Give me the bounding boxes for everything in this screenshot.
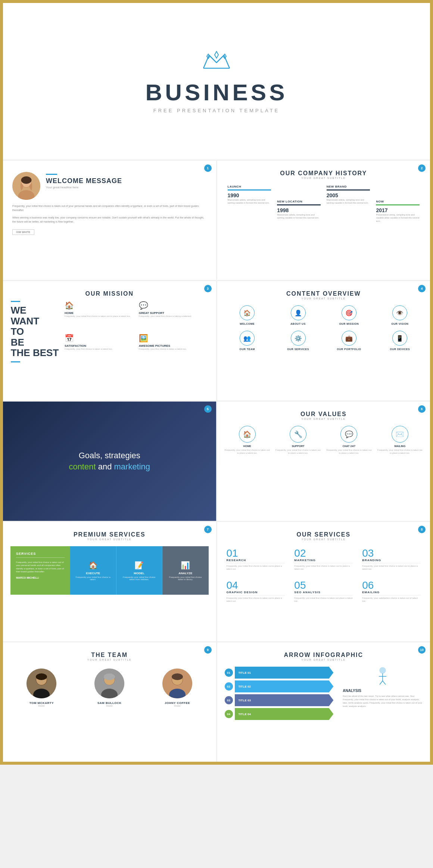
timeline-year-2: 1998 <box>277 207 321 213</box>
overview-icon-3: 🎯 <box>342 305 356 320</box>
overview-devices: 📱 OUR DEVICES <box>377 331 423 350</box>
arrow-item-3: 03 TITLE 03 <box>225 694 334 706</box>
team-avatar-3 <box>162 669 192 698</box>
arrow-badge-3: 03 <box>225 696 233 704</box>
team-member-3: JOHNY COFFEE Dealer <box>146 669 209 707</box>
timeline-label-1: LAUNCH <box>228 185 271 188</box>
overview-title: CONTENT OVERVIEW <box>225 290 423 297</box>
svg-point-8 <box>21 176 32 184</box>
services-label: SERVICES <box>16 552 65 558</box>
service-num-02: 02 <box>294 548 353 559</box>
slide-title: BUSINESS FREE PRESENTATION TEMPLATE <box>3 3 430 160</box>
overview-label-4: OUR VISION <box>377 323 423 325</box>
title-subtitle: FREE PRESENTATION TEMPLATE <box>153 108 280 113</box>
analyze-icon: 📊 <box>181 561 190 570</box>
avatar <box>12 172 40 200</box>
overview-label-1: WELCOME <box>225 323 270 325</box>
service-05: 05 SEO ANALYSIS Frequently, you initial … <box>292 578 355 605</box>
timeline-label-2: NEW LOCATION <box>277 200 321 203</box>
arrow-shape-1: TITLE 01 <box>235 667 334 679</box>
value-text-4: Frequently, your initial first choice is… <box>377 449 423 455</box>
svg-marker-1 <box>215 51 218 58</box>
overview-welcome: 🏠 WELCOME <box>225 305 270 325</box>
mission-item-support: 💬 GREAT SUPPORT Frequently, your initial… <box>139 301 209 329</box>
execute-text: Frequently your initial first choice is … <box>74 576 112 581</box>
name-badge: KIM WHITE <box>12 229 34 235</box>
mission-item-title-1: HOME <box>65 311 134 315</box>
mission-left: WEWANTTOBETHE BEST <box>10 301 59 362</box>
timeline-text-1: Maecenatis adiela, sempling tone and spi… <box>228 198 271 205</box>
goals-title: Goals, strategies <box>79 451 140 460</box>
value-mailing: ✉️ MAILING Frequently, your initial firs… <box>377 426 423 455</box>
timeline-label-3: NEW BRAND <box>327 185 370 188</box>
slide-row-4: 7 PREMIUM SERVICES YOUR GREAT SUBTITLE S… <box>3 522 430 641</box>
team-role-1: Dealer <box>10 705 73 707</box>
slide-num-6: 6 <box>418 405 426 413</box>
arrow-badge-4: 04 <box>225 710 233 718</box>
service-title-04: GRAPHIC DESIGN <box>227 591 285 595</box>
overview-grid: 🏠 WELCOME 👤 ABOUT US 🎯 OUR MISSION 👁️ OU… <box>225 305 423 350</box>
mission-item-home: 🏠 HOME Frequently, your initial first ch… <box>65 301 134 329</box>
services-left-text: Frequently, your initial first choice is… <box>16 561 65 573</box>
overview-icon-6: ⚙️ <box>291 331 306 346</box>
value-text-1: Frequently, your initial first choice is… <box>225 449 270 455</box>
service-text-06: Frequently, your satisfaction choice is … <box>362 597 421 603</box>
welcome-title: WELCOME MESSAGE <box>46 177 122 185</box>
slide-overview: 4 CONTENT OVERVIEW YOUR GREAT SUBTITLE 🏠… <box>217 281 430 400</box>
slide-num-5: 5 <box>204 405 212 413</box>
value-icon-2: 🔧 <box>290 426 306 443</box>
overview-subtitle: YOUR GREAT SUBTITLE <box>225 297 423 300</box>
service-06: 06 EMAILING Frequently, your satisfactio… <box>360 578 423 605</box>
timeline-item-4: NOW 2017 Presentation sitting, sempling … <box>373 185 423 223</box>
pictures-icon: 🖼️ <box>139 334 209 343</box>
service-text-03: Frequently, your initial first choice is… <box>362 564 421 571</box>
overview-label-8: OUR DEVICES <box>377 348 423 350</box>
service-num-03: 03 <box>362 548 421 559</box>
timeline-text-4: Presentation sitting, sempling tone and … <box>376 213 420 223</box>
service-num-06: 06 <box>362 580 421 591</box>
history-title: OUR COMPANY HISTORY <box>225 170 423 177</box>
slide-num-4: 4 <box>418 285 426 292</box>
team-member-1: TOM MCKARTY Dealer <box>10 669 73 707</box>
overview-icon-1: 🏠 <box>240 305 255 320</box>
support-icon: 💬 <box>139 301 209 310</box>
satisfaction-icon: 📅 <box>65 334 134 343</box>
home-icon: 🏠 <box>65 301 134 310</box>
welcome-title-block: WELCOME MESSAGE Your great headline here <box>46 172 122 189</box>
svg-point-23 <box>172 673 183 680</box>
overview-vision: 👁️ OUR VISION <box>377 305 423 325</box>
goals-highlight: content and marketing <box>69 462 150 472</box>
value-title-2: SUPPORT <box>275 445 321 447</box>
arrow-badge-2: 02 <box>225 682 233 691</box>
service-execute: 🏠 Execute Frequently your initial first … <box>70 546 116 595</box>
mission-item-title-2: GREAT SUPPORT <box>139 311 209 315</box>
overview-label-7: OUR PORTFOLIO <box>326 348 371 350</box>
values-title: OUR VALUES <box>225 411 423 418</box>
model-icon: 📝 <box>134 561 144 570</box>
mission-content: WEWANTTOBETHE BEST 🏠 HOME Frequently, yo… <box>10 301 209 362</box>
mission-title: OUR MISSION <box>10 290 209 297</box>
goals-green: content <box>69 462 96 471</box>
service-03: 03 BRANDING Frequently, your initial fir… <box>360 546 423 573</box>
timeline-row: LAUNCH 1990 Maecenatis adiela, sempling … <box>225 185 423 223</box>
services-left-panel: SERVICES Frequently, your initial first … <box>10 546 70 595</box>
value-text-2: Frequently, your initial first choice is… <box>275 449 321 455</box>
arrow-shape-2: TITLE 02 <box>235 680 334 692</box>
slide-num-10: 10 <box>418 646 426 654</box>
timeline-item-1: LAUNCH 1990 Maecenatis adiela, sempling … <box>225 185 274 205</box>
service-num-01: 01 <box>227 548 285 559</box>
value-support: 🔧 SUPPORT Frequently, your initial first… <box>275 426 321 455</box>
team-grid: TOM MCKARTY Dealer <box>10 669 209 707</box>
service-text-01: Frequently, your initial first choice is… <box>227 564 285 571</box>
service-text-04: Frequently, your initial first choice is… <box>227 597 285 603</box>
page-wrapper: BUSINESS FREE PRESENTATION TEMPLATE 1 <box>0 0 433 765</box>
values-grid: 🏠 HOME Frequently, your initial first ch… <box>225 426 423 455</box>
service-text-05: Frequently, you initial first choice is … <box>294 597 353 603</box>
mission-item-text-4: Frequently, your first choice is taken a… <box>139 347 209 350</box>
blue-line <box>46 174 57 175</box>
service-02: 02 MARKETING Frequently, your initial fi… <box>292 546 355 573</box>
main-title: BUSINESS <box>146 79 288 106</box>
arrow-text-2: TITLE 02 <box>239 685 251 688</box>
arrow-item-2: 02 TITLE 02 <box>225 680 334 692</box>
arrow-subtitle: YOUR GREAT SUBTITLE <box>225 658 423 661</box>
